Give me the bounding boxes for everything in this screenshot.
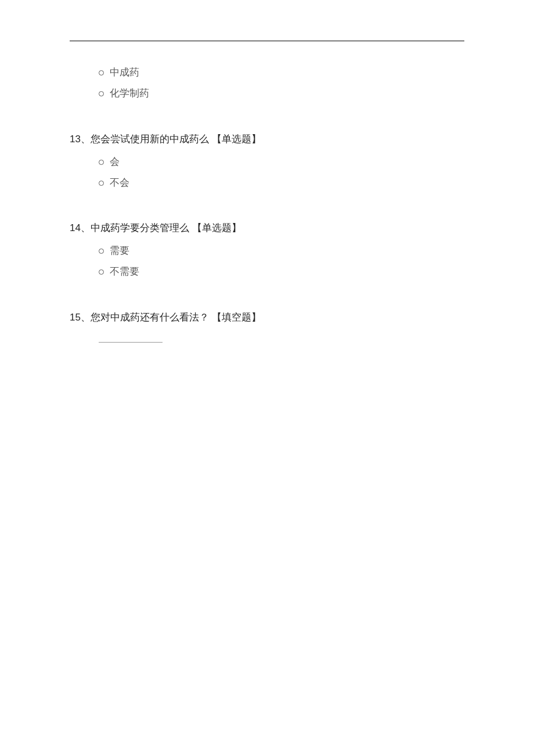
question-text: 您会尝试使用新的中成药么 (91, 134, 212, 145)
radio-ring-icon (99, 181, 104, 186)
question-block-13: 13、您会尝试使用新的中成药么 【单选题】 会 不会 (70, 131, 464, 192)
question-block-14: 14、中成药学要分类管理么 【单选题】 需要 不需要 (70, 220, 464, 280)
radio-ring-icon (99, 269, 104, 275)
question-title: 13、您会尝试使用新的中成药么 【单选题】 (70, 131, 464, 148)
option-label: 不会 (110, 175, 129, 192)
radio-ring-icon (99, 70, 104, 75)
option-label: 会 (110, 154, 120, 171)
question-number: 15、 (70, 312, 91, 323)
radio-ring-icon (99, 249, 104, 254)
question-type: 【填空题】 (212, 312, 261, 323)
initial-options-group: 中成药 化学制药 (70, 64, 464, 102)
fill-blank-input[interactable] (99, 332, 163, 343)
option-item[interactable]: 不需要 (99, 264, 464, 280)
page-container: 中成药 化学制药 13、您会尝试使用新的中成药么 【单选题】 会 不会 14、中… (0, 0, 534, 343)
option-label: 中成药 (110, 64, 139, 81)
option-label: 需要 (110, 243, 129, 260)
question-text: 中成药学要分类管理么 (91, 222, 192, 233)
radio-ring-icon (99, 160, 104, 165)
option-item[interactable]: 中成药 (99, 64, 464, 81)
top-rule (70, 41, 464, 41)
option-label: 不需要 (110, 264, 139, 280)
question-number: 14、 (70, 222, 91, 233)
question-title: 15、您对中成药还有什么看法？ 【填空题】 (70, 309, 464, 326)
question-type: 【单选题】 (192, 222, 241, 233)
option-item[interactable]: 化学制药 (99, 85, 464, 102)
radio-ring-icon (99, 91, 104, 96)
question-type: 【单选题】 (212, 134, 261, 145)
question-number: 13、 (70, 134, 91, 145)
option-item[interactable]: 不会 (99, 175, 464, 192)
option-item[interactable]: 会 (99, 154, 464, 171)
option-label: 化学制药 (110, 85, 149, 102)
question-title: 14、中成药学要分类管理么 【单选题】 (70, 220, 464, 237)
question-text: 您对中成药还有什么看法？ (91, 312, 212, 323)
question-block-15: 15、您对中成药还有什么看法？ 【填空题】 (70, 309, 464, 343)
option-item[interactable]: 需要 (99, 243, 464, 260)
